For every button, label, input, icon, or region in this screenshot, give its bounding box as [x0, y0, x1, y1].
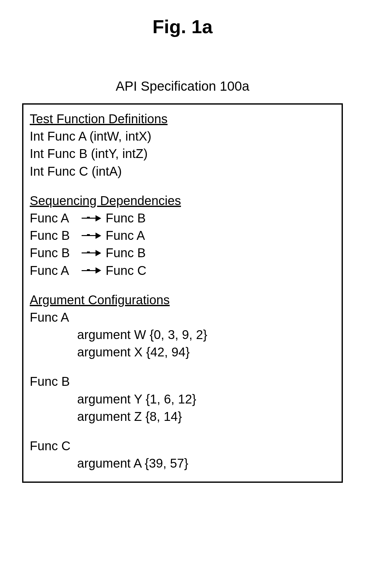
- dep-to: Func B: [106, 209, 146, 227]
- spacer: [30, 425, 335, 437]
- arg-line: argument Z {8, 14}: [30, 408, 335, 425]
- spacer: [30, 361, 335, 373]
- definition-line: Int Func C (intA): [30, 163, 335, 180]
- dep-to: Func A: [106, 227, 145, 244]
- arrow-icon: [82, 215, 101, 221]
- arg-line: argument A {39, 57}: [30, 455, 335, 472]
- arg-func-name: Func B: [30, 373, 335, 390]
- definition-line: Int Func B (intY, intZ): [30, 145, 335, 162]
- section-heading-arguments: Argument Configurations: [30, 291, 335, 309]
- spacer: [30, 180, 335, 192]
- section-heading-sequencing: Sequencing Dependencies: [30, 192, 335, 209]
- dependency-row: Func B Func B: [30, 244, 335, 262]
- arrow-icon: [82, 267, 101, 274]
- api-spec-title: API Specification 100a: [22, 79, 343, 94]
- arg-line: argument W {0, 3, 9, 2}: [30, 326, 335, 343]
- arg-func-name: Func A: [30, 309, 335, 326]
- section-heading-definitions: Test Function Definitions: [30, 110, 335, 128]
- arg-line: argument X {42, 94}: [30, 343, 335, 361]
- page-container: Fig. 1a API Specification 100a Test Func…: [0, 0, 365, 588]
- spacer: [30, 279, 335, 291]
- dep-from: Func B: [30, 227, 77, 244]
- arg-line: argument Y {1, 6, 12}: [30, 391, 335, 408]
- arrow-icon: [82, 233, 101, 239]
- arg-func-name: Func C: [30, 437, 335, 455]
- dependency-row: Func A Func B: [30, 209, 335, 227]
- dependency-row: Func A Func C: [30, 262, 335, 279]
- arrow-icon: [82, 250, 101, 256]
- dep-to: Func C: [106, 262, 146, 279]
- definition-line: Int Func A (intW, intX): [30, 128, 335, 145]
- figure-title: Fig. 1a: [22, 16, 343, 38]
- dep-from: Func B: [30, 244, 77, 262]
- dep-from: Func A: [30, 262, 77, 279]
- dep-from: Func A: [30, 209, 77, 227]
- dependency-row: Func B Func A: [30, 227, 335, 244]
- spec-box: Test Function Definitions Int Func A (in…: [22, 103, 343, 483]
- dep-to: Func B: [106, 244, 146, 262]
